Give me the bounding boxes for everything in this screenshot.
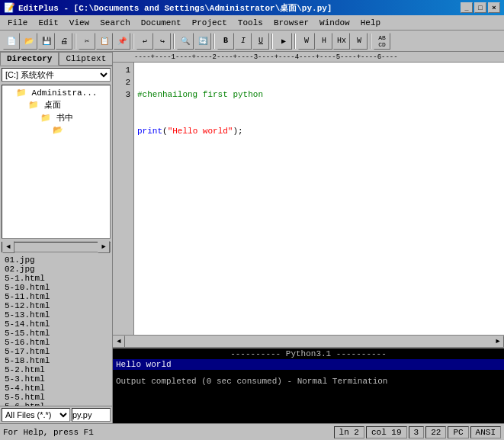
menu-item-view[interactable]: View: [65, 17, 94, 29]
scroll-track: [14, 242, 98, 252]
hex-button[interactable]: Hx: [333, 33, 350, 50]
list-item[interactable]: 5-13.html: [2, 310, 111, 320]
scroll-left-editor-btn[interactable]: ◄: [113, 336, 125, 348]
list-item[interactable]: 5-10.html: [2, 283, 111, 292]
file-search-input[interactable]: [72, 408, 111, 422]
cut-button[interactable]: ✂: [79, 33, 95, 50]
line-num-2: 2: [116, 76, 130, 88]
line-num-1: 1: [116, 64, 130, 76]
menu-item-edit[interactable]: Edit: [34, 17, 63, 29]
drive-dropdown[interactable]: [C:] 系统软件: [2, 68, 111, 82]
panel-tabs: Directory Cliptext: [0, 52, 112, 66]
paren-open: (: [162, 127, 168, 136]
tree-admin[interactable]: 📁 Administra...: [4, 87, 108, 98]
keyword-print: print: [137, 127, 162, 136]
list-item[interactable]: 01.jpg: [2, 255, 111, 265]
tab-cliptext[interactable]: Cliptext: [59, 52, 113, 66]
code-editor[interactable]: #chenhailong first python print("Hello w…: [134, 63, 504, 335]
title-bar: 📝 EditPlus - [C:\Documents and Settings\…: [0, 0, 504, 15]
close-button[interactable]: ×: [488, 2, 500, 13]
scroll-right-btn[interactable]: ►: [98, 241, 110, 253]
sep7: [370, 34, 371, 49]
sep4: [213, 34, 215, 49]
menu-item-tools[interactable]: Tools: [233, 17, 268, 29]
scroll-right-editor-btn[interactable]: ►: [492, 336, 504, 348]
replace-button[interactable]: 🔄: [194, 33, 211, 50]
string-hello: "Hello world": [168, 127, 233, 136]
undo-button[interactable]: ↩: [136, 33, 153, 50]
word-wrap-button[interactable]: W: [298, 33, 315, 50]
tree-hscrollbar[interactable]: ◄ ►: [2, 242, 111, 252]
minimize-button[interactable]: _: [461, 2, 473, 13]
list-item[interactable]: 5-11.html: [2, 292, 111, 301]
list-item[interactable]: 5-17.html: [2, 347, 111, 356]
main-container: Directory Cliptext [C:] 系统软件 📁 Administr…: [0, 52, 504, 423]
folder-icon: 📁: [28, 101, 39, 110]
menu-item-document[interactable]: Document: [136, 17, 186, 29]
list-item[interactable]: 5-15.html: [2, 329, 111, 338]
ab-button[interactable]: ABCD: [374, 33, 390, 50]
list-item[interactable]: 5-1.html: [2, 274, 111, 283]
filter-dropdown[interactable]: All Files (*.*): [2, 408, 70, 422]
folder-icon: 📁: [16, 88, 27, 98]
file-list: 01.jpg02.jpg5-1.html5-10.html5-11.html5-…: [0, 254, 112, 406]
folder-open-icon: 📂: [53, 126, 63, 135]
status-bar: For Help, press F1 ln 2 col 19 3 22 PC A…: [0, 423, 504, 440]
title-bar-controls: _ □ ×: [461, 2, 500, 13]
list-item[interactable]: 5-2.html: [2, 365, 111, 374]
menu-item-file[interactable]: File: [3, 17, 32, 29]
new-button[interactable]: 📄: [3, 33, 20, 50]
line-num-3: 3: [116, 88, 130, 101]
status-col: col 19: [366, 426, 407, 438]
tree-bookfolder[interactable]: 📁 书中: [4, 111, 108, 124]
list-item[interactable]: 5-18.html: [2, 356, 111, 365]
list-item[interactable]: 5-3.html: [2, 374, 111, 384]
status-mode: PC: [448, 426, 468, 438]
list-item[interactable]: 02.jpg: [2, 265, 111, 274]
paren-close: );: [233, 127, 242, 136]
copy-button[interactable]: 📋: [96, 33, 113, 50]
paste-button[interactable]: 📌: [114, 33, 130, 50]
html-button[interactable]: H: [316, 33, 332, 50]
drive-selector: [C:] 系统软件: [0, 66, 112, 83]
menu-item-browser[interactable]: Browser: [269, 17, 313, 29]
status-col2: 3: [409, 426, 425, 438]
bold-button[interactable]: B: [217, 33, 234, 50]
list-item[interactable]: 5-14.html: [2, 320, 111, 329]
code-area: 1 2 3 #chenhailong first python print("H…: [113, 63, 504, 335]
list-item[interactable]: 5-5.html: [2, 393, 111, 402]
list-item[interactable]: 5-12.html: [2, 301, 111, 310]
output-status: Output completed (0 sec consumed) - Norm…: [113, 376, 504, 387]
editor-hscrollbar: ◄ ►: [113, 335, 504, 347]
find-button[interactable]: 🔍: [177, 33, 194, 50]
redo-button[interactable]: ↪: [154, 33, 171, 50]
scroll-left-btn[interactable]: ◄: [2, 241, 14, 253]
folder-icon: 📁: [40, 114, 51, 123]
list-item[interactable]: 5-16.html: [2, 338, 111, 347]
right-panel: ----+----1----+----2----+----3----+----4…: [113, 52, 504, 423]
menu-item-help[interactable]: Help: [356, 17, 385, 29]
tree-desktop[interactable]: 📁 桌面: [4, 98, 108, 111]
menu-item-window[interactable]: Window: [315, 17, 355, 29]
open-button[interactable]: 📂: [21, 33, 37, 50]
tab-directory[interactable]: Directory: [0, 52, 59, 66]
output-result: Hello world: [113, 359, 504, 370]
status-help: For Help, press F1: [3, 428, 332, 437]
file-tree[interactable]: 📁 Administra... 📁 桌面 📁 书中 📂: [2, 85, 111, 239]
col-button[interactable]: W: [351, 33, 368, 50]
code-line-1: #chenhailong first python: [137, 88, 501, 101]
menu-item-project[interactable]: Project: [188, 17, 232, 29]
list-item[interactable]: 5-4.html: [2, 384, 111, 393]
print-button[interactable]: 🖨: [56, 33, 72, 50]
maximize-button[interactable]: □: [474, 2, 486, 13]
italic-button[interactable]: I: [235, 33, 252, 50]
tree-subfolder[interactable]: 📂: [4, 124, 108, 136]
output-panel: ---------- Python3.1 ---------- Hello wo…: [113, 347, 504, 423]
menu-item-search[interactable]: Search: [95, 17, 135, 29]
title-bar-left: 📝 EditPlus - [C:\Documents and Settings\…: [4, 2, 332, 14]
file-search-bar: All Files (*.*): [0, 406, 112, 423]
underline-button[interactable]: U: [252, 33, 269, 50]
editor-scroll-track[interactable]: [125, 337, 492, 346]
save-button[interactable]: 💾: [38, 33, 55, 50]
run-button[interactable]: ▶: [275, 33, 292, 50]
